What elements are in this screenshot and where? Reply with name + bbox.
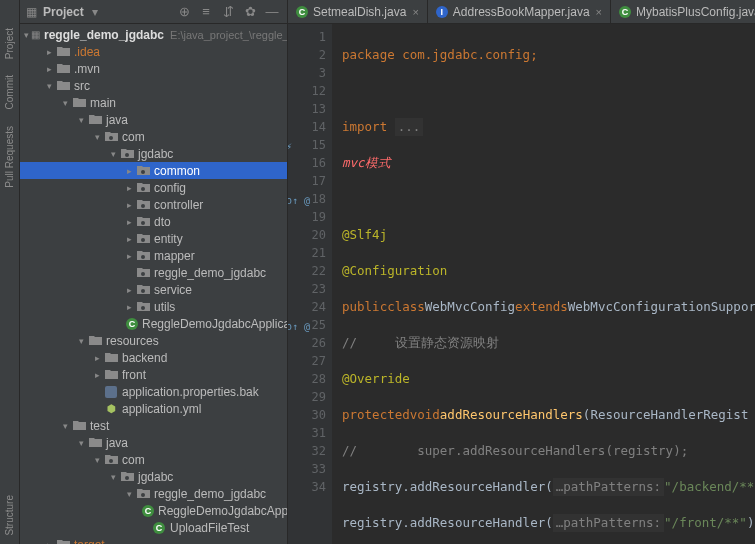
tree-item-label: front — [122, 368, 146, 382]
hide-icon[interactable]: — — [263, 3, 281, 21]
tree-item-dto[interactable]: ▸dto — [20, 213, 287, 230]
chevron-down-icon[interactable]: ▾ — [92, 5, 98, 19]
arrow-icon: ▾ — [44, 81, 54, 91]
class-icon: C — [126, 317, 138, 331]
expand-icon[interactable]: ≡ — [197, 3, 215, 21]
line-number: 26 — [288, 334, 326, 352]
code-text: @Slf4j — [342, 226, 387, 244]
root-path: E:\java_project_\reggle_de — [170, 29, 287, 41]
tree-item-uploadfiletest[interactable]: CUploadFileTest — [20, 519, 287, 536]
tree-item--idea[interactable]: ▸.idea — [20, 43, 287, 60]
yml-icon: ⬢ — [104, 402, 118, 416]
arrow-icon: ▸ — [124, 166, 134, 176]
tree-item-java[interactable]: ▾java — [20, 111, 287, 128]
tree-item-application-yml[interactable]: ⬢application.yml — [20, 400, 287, 417]
line-number: 23 — [288, 280, 326, 298]
tab-setmealdish[interactable]: C SetmealDish.java × — [288, 0, 428, 24]
tree-item-label: application.yml — [122, 402, 201, 416]
sidebar-tab-pull-requests[interactable]: Pull Requests — [2, 118, 17, 196]
tree-item-label: jgdabc — [138, 147, 173, 161]
tree-item-jgdabc[interactable]: ▾jgdabc — [20, 145, 287, 162]
arrow-icon: ▸ — [124, 251, 134, 261]
code-text: registry.addResourceHandler( — [342, 514, 553, 532]
svg-point-2 — [141, 170, 145, 174]
editor-tab-bar: C SetmealDish.java × I AddressBookMapper… — [288, 0, 755, 24]
code-text: "/front/**" — [664, 514, 747, 532]
editor-area: C SetmealDish.java × I AddressBookMapper… — [288, 0, 755, 544]
tab-mybatisplusconfig[interactable]: C MybatisPlusConfig.java × — [611, 0, 755, 24]
svg-point-1 — [125, 153, 129, 157]
tree-item-config[interactable]: ▸config — [20, 179, 287, 196]
line-number: 29 — [288, 388, 326, 406]
project-icon: ▦ — [26, 5, 37, 19]
svg-point-7 — [141, 255, 145, 259]
close-icon[interactable]: × — [596, 6, 602, 18]
tree-item-com[interactable]: ▾com — [20, 128, 287, 145]
file-icon — [104, 385, 118, 399]
tree-item-test[interactable]: ▾test — [20, 417, 287, 434]
tree-item-label: reggle_demo_jgdabc — [154, 487, 266, 501]
tree-item-src[interactable]: ▾src — [20, 77, 287, 94]
tree-item-com[interactable]: ▾com — [20, 451, 287, 468]
package-icon — [136, 198, 150, 212]
code-text: @Configuration — [342, 262, 447, 280]
tree-item-label: java — [106, 436, 128, 450]
tree-item-reggle-demo-jgdabc[interactable]: ▾reggle_demo_jgdabc — [20, 485, 287, 502]
tab-label: SetmealDish.java — [313, 5, 406, 19]
svg-point-10 — [141, 306, 145, 310]
tree-item-jgdabc[interactable]: ▾jgdabc — [20, 468, 287, 485]
tree-item-label: ReggleDemoJgdabcApplicati — [158, 504, 287, 518]
arrow-icon: ▾ — [124, 489, 134, 499]
tree-item-java[interactable]: ▾java — [20, 434, 287, 451]
line-number: 28 — [288, 370, 326, 388]
tree-item-reggle-demo-jgdabc[interactable]: reggle_demo_jgdabc — [20, 264, 287, 281]
tree-item-entity[interactable]: ▸entity — [20, 230, 287, 247]
class-icon: C — [152, 521, 166, 535]
tree-item-backend[interactable]: ▸backend — [20, 349, 287, 366]
tree-item-reggledemojgdabcapplicati[interactable]: CReggleDemoJgdabcApplicati — [20, 502, 287, 519]
arrow-icon: ▾ — [92, 132, 102, 142]
tree-item--mvn[interactable]: ▸.mvn — [20, 60, 287, 77]
tree-item-main[interactable]: ▾main — [20, 94, 287, 111]
tool-tab-strip: Project Commit Pull Requests Structure — [0, 0, 20, 544]
tab-addressbookmapper[interactable]: I AddressBookMapper.java × — [428, 0, 611, 24]
tree-item-application-properties-bak[interactable]: application.properties.bak — [20, 383, 287, 400]
tree-item-mapper[interactable]: ▸mapper — [20, 247, 287, 264]
tree-item-resources[interactable]: ▾resources — [20, 332, 287, 349]
tree-item-label: main — [90, 96, 116, 110]
tree-item-service[interactable]: ▸service — [20, 281, 287, 298]
tree-item-front[interactable]: ▸front — [20, 366, 287, 383]
sidebar-tab-commit[interactable]: Commit — [2, 67, 17, 117]
package-icon — [136, 266, 150, 280]
code-editor[interactable]: package com.jgdabc.config; import ... mv… — [332, 24, 755, 544]
code-text: // super.addResourceHandlers(registry); — [342, 442, 688, 460]
arrow-icon: ▾ — [24, 30, 29, 40]
tree-root[interactable]: ▾ ▦ reggle_demo_jgdabc E:\java_project_\… — [20, 26, 287, 43]
folder-icon — [88, 113, 102, 127]
arrow-icon: ▸ — [92, 370, 102, 380]
folder-icon — [88, 436, 102, 450]
collapse-icon[interactable]: ⇵ — [219, 3, 237, 21]
tree-item-label: reggle_demo_jgdabc — [154, 266, 266, 280]
arrow-icon: ▾ — [76, 438, 86, 448]
close-icon[interactable]: × — [412, 6, 418, 18]
line-number: 3 — [288, 64, 326, 82]
code-text: addResourceHandlers — [440, 406, 583, 424]
package-icon — [104, 130, 118, 144]
tree-item-reggledemojgdabcapplication[interactable]: CReggleDemoJgdabcApplication — [20, 315, 287, 332]
code-text: // 设置静态资源映射 — [342, 334, 499, 352]
line-number: 1 — [288, 28, 326, 46]
sidebar-tab-project[interactable]: Project — [2, 20, 17, 67]
sidebar-tab-structure[interactable]: Structure — [2, 487, 17, 544]
tree-item-label: com — [122, 453, 145, 467]
tree-item-utils[interactable]: ▸utils — [20, 298, 287, 315]
tree-item-label: entity — [154, 232, 183, 246]
tree-item-controller[interactable]: ▸controller — [20, 196, 287, 213]
locate-icon[interactable]: ⊕ — [175, 3, 193, 21]
arrow-icon: ▾ — [92, 455, 102, 465]
code-text: void — [410, 406, 440, 424]
tree-item-common[interactable]: ▸common — [20, 162, 287, 179]
gear-icon[interactable]: ✿ — [241, 3, 259, 21]
tree-item-target[interactable]: ▸target — [20, 536, 287, 544]
line-number: 33 — [288, 460, 326, 478]
